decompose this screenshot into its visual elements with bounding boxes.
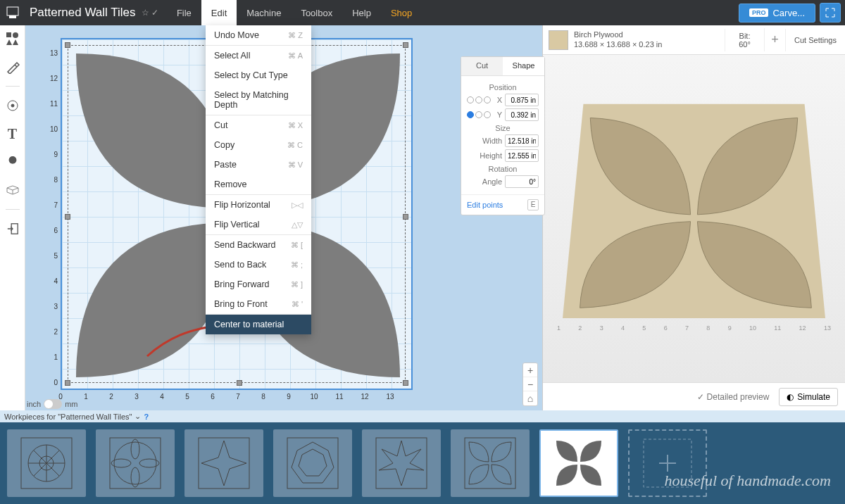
edit-points-key: E bbox=[527, 199, 539, 210]
menu-flip-v[interactable]: Flip Vertical△▽ bbox=[206, 215, 311, 234]
workpiece-4[interactable] bbox=[273, 429, 352, 497]
text-tool[interactable]: T bbox=[4, 125, 22, 143]
menu-select-by-depth[interactable]: Select by Matching Depth bbox=[206, 85, 311, 115]
zoom-out-button[interactable]: − bbox=[523, 377, 537, 391]
pos-y-input[interactable] bbox=[505, 108, 539, 121]
menu-select-all[interactable]: Select All⌘ A bbox=[206, 46, 311, 65]
anchor-radios[interactable] bbox=[467, 96, 491, 103]
svg-rect-14 bbox=[110, 438, 161, 489]
menu-cut[interactable]: Cut⌘ X bbox=[206, 115, 311, 135]
menu-toolbox[interactable]: Toolbox bbox=[291, 0, 342, 25]
svg-marker-21 bbox=[201, 441, 246, 486]
svg-rect-2 bbox=[6, 32, 11, 37]
menu-shop[interactable]: Shop bbox=[381, 0, 422, 25]
svg-marker-4 bbox=[6, 39, 12, 45]
main-menu: File Edit Machine Toolbox Help Shop bbox=[167, 0, 422, 25]
zoom-controls: + − ⌂ bbox=[522, 363, 538, 406]
material-dims: 13.688 × 13.688 × 0.23 in bbox=[574, 40, 662, 49]
rotation-header: Rotation bbox=[467, 165, 539, 173]
workpiece-7-active[interactable] bbox=[539, 429, 618, 497]
favorite-icon[interactable]: ☆ ✓ bbox=[142, 8, 158, 18]
carve-button[interactable]: PRO Carve... bbox=[739, 4, 815, 23]
handle-nw[interactable] bbox=[65, 42, 70, 48]
fullscreen-button[interactable] bbox=[820, 3, 841, 23]
workpiece-1[interactable] bbox=[7, 429, 86, 497]
ruler-y: 012345678910111213 bbox=[46, 38, 58, 390]
shape-panel: Cut Shape Position X Y bbox=[461, 56, 545, 215]
menu-remove[interactable]: Remove bbox=[206, 175, 311, 194]
detailed-preview-toggle[interactable]: ✓ Detailed preview bbox=[697, 392, 770, 402]
handle-e[interactable] bbox=[403, 214, 408, 220]
tab-shape[interactable]: Shape bbox=[503, 57, 544, 75]
menu-bring-forward[interactable]: Bring Forward⌘ ] bbox=[206, 275, 311, 294]
position-header: Position bbox=[467, 83, 539, 92]
ruler-x: 012345678910111213 bbox=[61, 393, 413, 403]
cut-settings-button[interactable]: Cut Settings bbox=[785, 29, 845, 51]
simulate-button[interactable]: ◐ Simulate bbox=[779, 388, 838, 406]
workpiece-3[interactable] bbox=[184, 429, 263, 497]
preview-ruler-x: 12345678910111213 bbox=[557, 325, 831, 333]
apps-tool[interactable] bbox=[4, 153, 22, 171]
top-bar: Patterned Wall Tiles ☆ ✓ File Edit Machi… bbox=[0, 0, 845, 25]
chevron-down-icon[interactable]: ⌄ bbox=[134, 412, 141, 421]
handle-s[interactable] bbox=[237, 380, 242, 386]
unit-switch[interactable] bbox=[44, 399, 62, 409]
menu-undo[interactable]: Undo Move⌘ Z bbox=[206, 25, 311, 45]
pos-x-input[interactable] bbox=[505, 94, 539, 106]
height-input[interactable] bbox=[505, 149, 539, 162]
drill-tool[interactable] bbox=[4, 96, 22, 115]
main-area: T 012345678910111213 012345678910111213 bbox=[0, 25, 845, 410]
handle-w[interactable] bbox=[65, 214, 70, 220]
width-input[interactable] bbox=[505, 134, 539, 147]
menu-send-backward[interactable]: Send Backward⌘ [ bbox=[206, 235, 311, 255]
unit-toggle[interactable]: inch mm bbox=[27, 399, 78, 409]
edit-points-link[interactable]: Edit points bbox=[467, 201, 503, 209]
menu-paste[interactable]: Paste⌘ V bbox=[206, 155, 311, 175]
tab-cut[interactable]: Cut bbox=[461, 57, 503, 75]
pen-tool[interactable] bbox=[4, 58, 22, 76]
menu-bring-to-front[interactable]: Bring to Front⌘ ' bbox=[206, 294, 311, 314]
menu-select-by-cut[interactable]: Select by Cut Type bbox=[206, 65, 311, 85]
workpiece-5[interactable] bbox=[362, 429, 441, 497]
menu-edit[interactable]: Edit bbox=[201, 0, 237, 25]
svg-point-7 bbox=[11, 104, 14, 107]
svg-rect-0 bbox=[7, 7, 18, 15]
add-workpiece-button[interactable] bbox=[628, 429, 707, 497]
handle-ne[interactable] bbox=[403, 42, 408, 48]
material-name: Birch Plywood bbox=[574, 30, 662, 39]
add-bit-button[interactable]: + bbox=[764, 28, 785, 51]
anchor-radios-2[interactable] bbox=[467, 111, 491, 118]
angle-input[interactable] bbox=[505, 175, 539, 188]
handle-se[interactable] bbox=[403, 380, 408, 386]
workpiece-2[interactable] bbox=[96, 429, 175, 497]
project-title: Patterned Wall Tiles bbox=[30, 6, 136, 20]
preview-pane: Birch Plywood 13.688 × 13.688 × 0.23 in … bbox=[542, 25, 845, 410]
svg-marker-24 bbox=[299, 449, 327, 476]
menu-machine[interactable]: Machine bbox=[237, 0, 291, 25]
menu-help[interactable]: Help bbox=[342, 0, 381, 25]
svg-point-3 bbox=[13, 32, 18, 38]
help-icon[interactable]: ? bbox=[144, 412, 149, 421]
flip-h-icon: ▷◁ bbox=[292, 201, 303, 210]
svg-rect-25 bbox=[376, 438, 427, 489]
shapes-tool[interactable] bbox=[4, 30, 22, 48]
svg-rect-20 bbox=[199, 438, 249, 489]
handle-sw[interactable] bbox=[65, 380, 70, 386]
menu-flip-h[interactable]: Flip Horizontal▷◁ bbox=[206, 195, 311, 215]
workpieces-header: Workpieces for "Patterned Wall Tiles" ⌄ … bbox=[0, 410, 845, 422]
material-selector[interactable]: Birch Plywood 13.688 × 13.688 × 0.23 in bbox=[543, 30, 725, 50]
svg-rect-27 bbox=[465, 438, 515, 489]
bit-selector[interactable]: Bit: 60° bbox=[725, 29, 764, 51]
preview-3d-view[interactable]: 12345678910111213 bbox=[543, 55, 845, 382]
import-tool[interactable] bbox=[4, 220, 22, 238]
menu-send-to-back[interactable]: Send to Back⌘ ; bbox=[206, 255, 311, 275]
zoom-in-button[interactable]: + bbox=[523, 363, 537, 377]
workpiece-6[interactable] bbox=[451, 429, 530, 497]
zoom-fit-button[interactable]: ⌂ bbox=[523, 391, 537, 405]
brick-tool[interactable] bbox=[4, 181, 22, 199]
menu-copy[interactable]: Copy⌘ C bbox=[206, 135, 311, 155]
menu-center-to-material[interactable]: Center to material bbox=[206, 315, 311, 334]
svg-marker-26 bbox=[379, 441, 424, 486]
menu-file[interactable]: File bbox=[167, 0, 201, 25]
size-header: Size bbox=[467, 124, 539, 132]
